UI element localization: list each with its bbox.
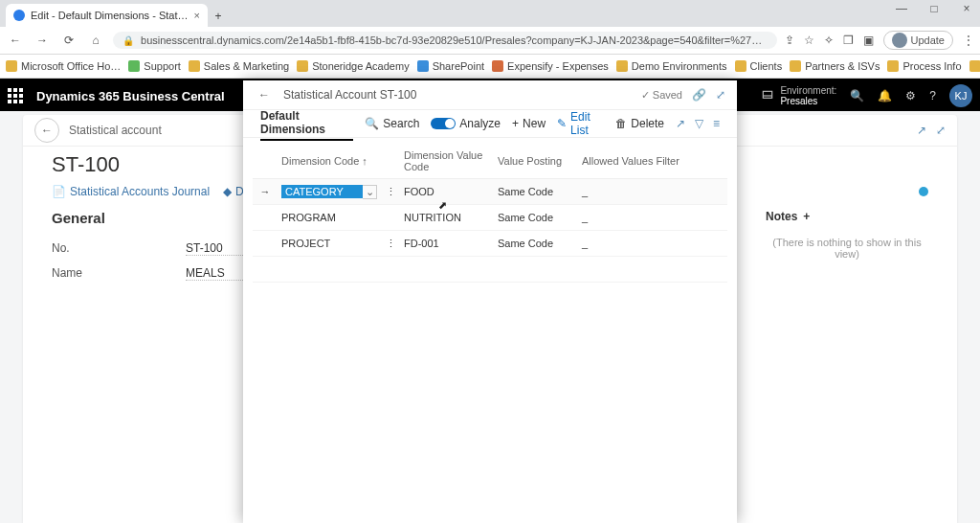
window-minimize-icon[interactable]: — [892, 2, 911, 15]
cell-dimension-code[interactable]: PROGRAM [278, 205, 381, 231]
environment-badge[interactable]: Environment:Presales [761, 85, 836, 106]
app-launcher-icon[interactable] [8, 88, 27, 103]
popout-icon[interactable]: ↗ [917, 124, 926, 137]
cell-dimension-value[interactable]: FD-001 [400, 231, 494, 257]
user-avatar[interactable]: KJ [949, 84, 972, 107]
col-dimension-value[interactable]: Dimension Value Code [400, 144, 494, 179]
row-menu-icon[interactable]: ⋮ [381, 179, 400, 205]
table-row[interactable]: → CATEGORY⌄ ⋮ FOOD Same Code _ [253, 179, 727, 205]
breadcrumb: Statistical account [69, 124, 162, 137]
list-view-icon[interactable]: ≡ [713, 117, 720, 130]
filter-icon[interactable]: ▽ [695, 117, 703, 130]
info-dot-icon[interactable] [919, 187, 928, 196]
cell-dimension-value[interactable]: NUTRITION [400, 205, 494, 231]
bookmark-item[interactable]: Process Info [887, 60, 961, 72]
close-tab-icon[interactable]: × [193, 10, 199, 21]
window-maximize-icon[interactable]: □ [924, 2, 944, 15]
extensions-icon[interactable]: ✧ [824, 34, 834, 47]
nav-home-icon[interactable]: ⌂ [86, 34, 105, 47]
bookmark-item[interactable]: Stoneridge Academy [297, 60, 410, 72]
help-icon[interactable]: ? [929, 89, 936, 102]
share-icon[interactable]: ↗ [676, 117, 685, 130]
box-icon[interactable]: ▣ [863, 34, 874, 47]
action-journal[interactable]: 📄 Statistical Accounts Journal [52, 185, 210, 198]
bookmark-item[interactable]: Support [128, 60, 181, 72]
expand-icon[interactable]: ⤢ [936, 124, 946, 137]
col-allowed-values[interactable]: Allowed Values Filter [578, 144, 727, 179]
new-tab-button[interactable]: + [208, 6, 229, 27]
bookmark-item[interactable]: Expensify - Expenses [492, 60, 609, 72]
search-button[interactable]: 🔍Search [365, 117, 419, 130]
tab-default-dimensions[interactable]: Default Dimensions [260, 109, 353, 141]
tab-title: Edit - Default Dimensions - Stat… [31, 10, 188, 21]
dialog-link-icon[interactable]: 🔗 [692, 88, 706, 102]
field-no-label: No. [52, 241, 186, 255]
cell-value-posting[interactable]: Same Code [494, 205, 578, 231]
bookmark-item[interactable]: Clients [735, 60, 783, 72]
default-dimensions-dialog: ← Statistical Account ST-100 ✓Saved 🔗 ⤢ … [243, 80, 737, 523]
analyze-button[interactable]: Analyze [431, 117, 501, 130]
settings-icon[interactable]: ⚙ [905, 89, 916, 102]
search-icon[interactable]: 🔍 [850, 89, 864, 102]
puzzle-icon[interactable]: ❐ [843, 34, 854, 47]
update-label: Update [911, 34, 945, 46]
favicon [13, 10, 25, 21]
cell-allowed-values[interactable]: _ [578, 205, 727, 231]
share-icon[interactable]: ⇪ [785, 34, 794, 47]
chevron-down-icon[interactable]: ⌄ [363, 185, 377, 199]
dimension-code-dropdown[interactable]: CATEGORY⌄ [281, 185, 377, 199]
nav-reload-icon[interactable]: ⟳ [59, 34, 78, 47]
field-name-label: Name [52, 266, 186, 280]
bookmarks-bar: Microsoft Office Ho… Support Sales & Mar… [0, 55, 980, 79]
update-button[interactable]: Update [883, 31, 953, 50]
back-button[interactable]: ← [34, 118, 59, 143]
url-text: businesscentral.dynamics.com/2e14a5b1-fb… [141, 34, 776, 46]
bookmark-item[interactable]: Microsoft Office Ho… [6, 60, 121, 72]
cell-value-posting[interactable]: Same Code [494, 231, 578, 257]
analyze-toggle[interactable] [431, 118, 456, 129]
lock-icon: 🔒 [122, 35, 134, 46]
cell-allowed-values[interactable]: _ [578, 231, 727, 257]
delete-button[interactable]: 🗑Delete [615, 117, 664, 130]
edit-list-button[interactable]: ✎Edit List [557, 110, 604, 137]
cell-dimension-value[interactable]: FOOD [400, 179, 494, 205]
dimensions-grid: Dimension Code ↑ Dimension Value Code Va… [243, 138, 737, 283]
dialog-expand-icon[interactable]: ⤢ [716, 88, 725, 102]
notifications-icon[interactable]: 🔔 [878, 89, 892, 102]
nav-back-icon[interactable]: ← [6, 34, 25, 47]
cell-allowed-values[interactable]: _ [578, 179, 727, 205]
table-row[interactable]: PROJECT ⋮ FD-001 Same Code _ [253, 231, 727, 257]
window-close-icon[interactable]: × [957, 2, 976, 15]
dialog-title: Statistical Account ST-100 [283, 88, 416, 102]
row-menu-icon[interactable]: ⋮ [381, 231, 400, 257]
bookmark-item[interactable]: Demo Environments [616, 60, 727, 72]
cell-dimension-code[interactable]: PROJECT [278, 231, 381, 257]
col-dimension-code[interactable]: Dimension Code ↑ [278, 144, 381, 179]
bookmark-item[interactable]: Dynamics 365 [969, 60, 980, 72]
nav-forward-icon[interactable]: → [33, 34, 52, 47]
notes-title: Notes [766, 210, 797, 223]
star-icon[interactable]: ☆ [804, 34, 814, 47]
col-value-posting[interactable]: Value Posting [494, 144, 578, 179]
bookmark-item[interactable]: SharePoint [417, 60, 484, 72]
menu-icon[interactable]: ⋮ [963, 34, 974, 47]
product-title: Dynamics 365 Business Central [36, 89, 225, 103]
address-bar[interactable]: 🔒 businesscentral.dynamics.com/2e14a5b1-… [113, 32, 777, 49]
profile-avatar-icon [892, 33, 907, 48]
bookmark-item[interactable]: Sales & Marketing [189, 60, 289, 72]
row-indicator-icon: → [253, 179, 278, 205]
cell-value-posting[interactable]: Same Code [494, 179, 578, 205]
browser-tab[interactable]: Edit - Default Dimensions - Stat… × [6, 4, 208, 27]
bookmark-item[interactable]: Partners & ISVs [790, 60, 880, 72]
table-row[interactable]: PROGRAM NUTRITION Same Code _ [253, 205, 727, 231]
svg-rect-0 [764, 91, 772, 98]
new-button[interactable]: +New [512, 117, 546, 130]
saved-indicator: ✓Saved [641, 89, 682, 102]
notes-empty: (There is nothing to show in this view) [766, 237, 928, 260]
dialog-back-button[interactable]: ← [255, 85, 274, 104]
add-note-icon[interactable]: + [803, 210, 810, 223]
table-row[interactable] [253, 257, 727, 283]
